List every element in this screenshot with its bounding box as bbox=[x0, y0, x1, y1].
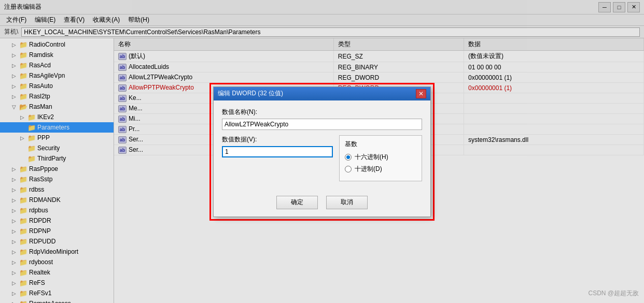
radio-dec-circle[interactable] bbox=[345, 166, 352, 172]
dialog-base-title: 基数 bbox=[345, 140, 416, 149]
dialog-body: 数值名称(N): 数值数据(V): 基数 十六进制(H) bbox=[214, 100, 430, 192]
radio-dec-row[interactable]: 十进制(D) bbox=[345, 165, 416, 174]
dialog-data-label: 数值数据(V): bbox=[222, 135, 333, 144]
dialog-name-label: 数值名称(N): bbox=[222, 108, 422, 117]
radio-hex-label: 十六进制(H) bbox=[355, 153, 388, 162]
dialog-title: 编辑 DWORD (32 位值) bbox=[218, 89, 416, 98]
dialog-close-button[interactable]: ✕ bbox=[416, 89, 426, 98]
dialog-overlay: 编辑 DWORD (32 位值) ✕ 数值名称(N): 数值数据(V): 基数 bbox=[0, 0, 644, 303]
watermark: CSDN @超超无敌 bbox=[588, 289, 639, 298]
dialog-data-input[interactable] bbox=[222, 146, 333, 157]
radio-dec-label: 十进制(D) bbox=[355, 165, 382, 174]
dialog-buttons: 确定 取消 bbox=[214, 192, 430, 217]
dialog-red-border: 编辑 DWORD (32 位值) ✕ 数值名称(N): 数值数据(V): 基数 bbox=[209, 83, 435, 221]
radio-hex-row[interactable]: 十六进制(H) bbox=[345, 153, 416, 162]
radio-hex-circle[interactable] bbox=[345, 154, 352, 161]
dialog-window: 编辑 DWORD (32 位值) ✕ 数值名称(N): 数值数据(V): 基数 bbox=[213, 86, 431, 217]
dialog-cancel-button[interactable]: 取消 bbox=[326, 196, 368, 209]
dialog-row: 数值数据(V): 基数 十六进制(H) 十进制(D) bbox=[222, 135, 422, 181]
dialog-name-input[interactable] bbox=[222, 119, 422, 130]
dialog-ok-button[interactable]: 确定 bbox=[276, 196, 318, 209]
dialog-value-col: 数值数据(V): bbox=[222, 135, 333, 157]
dialog-title-bar: 编辑 DWORD (32 位值) ✕ bbox=[214, 87, 430, 100]
dialog-base-col: 基数 十六进制(H) 十进制(D) bbox=[339, 135, 422, 181]
